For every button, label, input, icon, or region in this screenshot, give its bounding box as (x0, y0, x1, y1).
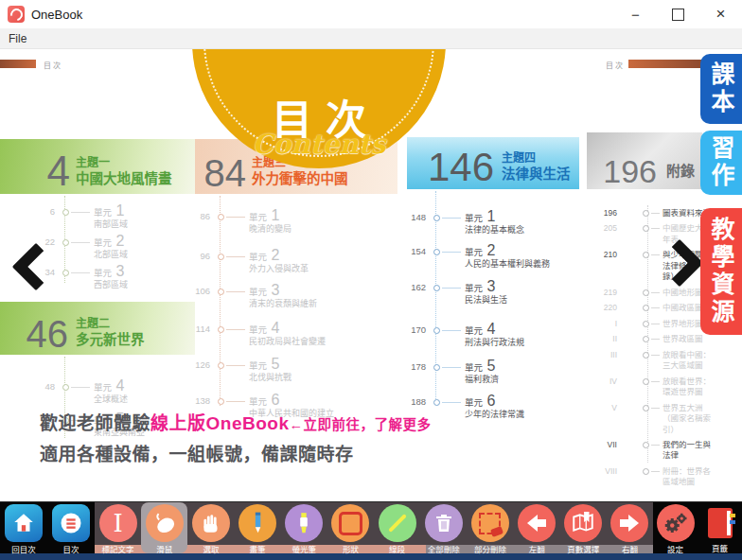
theme-title: 法律與生活 (502, 166, 571, 183)
appendix-banner[interactable]: 196 附錄 (587, 132, 702, 189)
bottom-edge-bar (0, 553, 742, 560)
page-corner-bar-right (628, 60, 702, 68)
promo-line2: 適用各種設備，一組帳號，備課隨時存 (40, 440, 431, 465)
appendix-title: 附錄 (666, 163, 695, 181)
window-title: OneBook (31, 8, 82, 22)
menu-bar: File (0, 28, 742, 49)
tool-toc-button[interactable]: 目次 (47, 502, 95, 553)
tool-partial-delete-button[interactable]: 部分刪除 (467, 502, 513, 553)
tool-highlighter-button[interactable]: 螢光筆 (281, 502, 327, 553)
toc-unit[interactable]: 126 單元 5 北伐與抗戰 (176, 359, 384, 384)
theme-title: 外力衝擊的中國 (252, 170, 348, 187)
toc-unit[interactable]: 86 單元 1 晚清的變局 (176, 211, 384, 236)
page-corner-label-right: 目次 (606, 60, 625, 70)
onebook-window: OneBook − × File 2 目次 目次 目次 Contents 4 主… (0, 0, 742, 560)
tool-settings-button[interactable]: 設定 (653, 502, 698, 553)
tab-workbook[interactable]: 習作 (700, 131, 742, 195)
eraser-icon (471, 504, 509, 542)
appendix-item[interactable]: 196圖表資料來源 (589, 208, 712, 219)
tool-page-next-button[interactable]: 右翻 (607, 502, 653, 553)
arrow-right-icon (610, 504, 648, 542)
book-pages-icon (564, 504, 602, 542)
toc-unit[interactable]: 162 單元 3 民法與生活 (392, 282, 600, 306)
maximize-button[interactable] (657, 0, 699, 28)
promo-cta[interactable]: ←立即前往，了解更多 (289, 417, 431, 432)
toc-unit[interactable]: 114 單元 4 民初政局與社會變遷 (176, 324, 384, 348)
promo-link[interactable]: 線上版OneBook (150, 413, 289, 433)
appendix-item[interactable]: II世界政區圖 (589, 334, 712, 344)
theme-title: 中國大地風情畫 (76, 170, 172, 187)
arrow-left-icon (518, 504, 556, 542)
mouse-icon (146, 504, 184, 542)
promo-message: 歡迎老師體驗線上版OneBook←立即前往，了解更多 適用各種設備，一組帳號，備… (40, 409, 431, 465)
appendix-item[interactable]: III放眼看中國：三大區域圖 (589, 350, 712, 372)
toc-unit[interactable]: 96 單元 2 外力入侵與改革 (176, 251, 384, 275)
pen-icon (238, 504, 276, 542)
highlighter-icon (285, 504, 323, 542)
theme-label: 主題二 (76, 317, 145, 331)
theme-banner-1[interactable]: 4 主題一 中國大地風情畫 (0, 139, 195, 194)
tool-mouse-button[interactable]: 滑鼠 (141, 502, 187, 553)
toc-unit[interactable]: 148 單元 1 法律的基本概念 (392, 212, 600, 236)
list-icon (52, 504, 90, 542)
appendix-item[interactable]: 219中國地形圖 (589, 288, 712, 298)
toc-unit[interactable]: 178 單元 5 福利救濟 (392, 361, 600, 386)
minimize-button[interactable]: − (614, 0, 657, 28)
book-page: 2 目次 目次 目次 Contents 4 主題一 中國大地風情畫 46 主題二… (0, 49, 742, 501)
appendix-item[interactable]: VIII附冊：世界各區域地圖 (589, 466, 712, 488)
page-corner-label-left: 目次 (44, 60, 62, 70)
tool-page-select-button[interactable]: 頁數選擇 (560, 502, 607, 553)
appendix-item[interactable]: 205中國歷史大事年表 (589, 223, 712, 245)
tool-pen-button[interactable]: 畫筆 (235, 502, 281, 553)
text-mark-icon: I (99, 504, 137, 542)
appendix-item[interactable]: VII我們的一生與法律 (589, 440, 712, 462)
tool-home-button[interactable]: 回目次 (0, 502, 47, 553)
shape-icon (331, 504, 369, 542)
gear-icon (657, 504, 695, 542)
trash-icon (425, 504, 463, 542)
tool-shape-button[interactable]: 形狀 (327, 502, 374, 553)
theme-label: 主題一 (76, 156, 172, 170)
toc-unit[interactable]: 170 單元 4 刑法與行政法規 (392, 324, 600, 349)
menu-file[interactable]: File (0, 32, 35, 45)
promo-prefix: 歡迎老師體驗 (40, 413, 150, 433)
toc-unit[interactable]: 106 單元 3 清末的衰頹與維新 (176, 286, 384, 310)
appendix-item[interactable]: I世界地形圖 (589, 319, 712, 329)
tool-select-button[interactable]: 選取 (187, 502, 234, 553)
tab-textbook[interactable]: 課本 (700, 54, 742, 124)
close-button[interactable]: × (699, 0, 742, 28)
tool-delete-all-button[interactable]: 全部刪除 (420, 502, 467, 553)
title-bar: OneBook − × (0, 0, 742, 28)
tool-bookmark-button[interactable]: 頁籤 (698, 502, 742, 553)
toc-subtitle: Contents (192, 129, 446, 160)
maximize-icon (672, 9, 684, 21)
bottom-toolbar: 回目次 目次 I 標記文字 滑鼠 (0, 501, 742, 553)
theme-label: 主題四 (502, 151, 571, 166)
home-icon (5, 504, 43, 542)
tab-resources[interactable]: 教學資源 (700, 208, 742, 335)
appendix-item[interactable]: 220中國政區圖 (589, 303, 712, 313)
tool-line-button[interactable]: 線段 (374, 502, 420, 553)
appendix-item[interactable]: IV放眼看世界：環遊世界圖 (589, 376, 712, 398)
theme-title: 多元新世界 (76, 331, 145, 348)
appendix-item[interactable]: V世界五大洲（國家名稱索引） (589, 403, 712, 435)
appendix-list: 196圖表資料來源 205中國歷史大事年表 210與少年相關之法律條文（節錄） … (589, 208, 712, 488)
bookmark-icon (708, 508, 733, 538)
line-icon (379, 504, 416, 542)
toc-unit[interactable]: 154 單元 2 人民的基本權利與義務 (392, 246, 600, 271)
page-corner-bar-left: 2 (0, 60, 36, 68)
hand-icon (192, 504, 230, 542)
onebook-logo-icon (8, 6, 25, 23)
tool-mark-text-button[interactable]: I 標記文字 (95, 502, 141, 553)
theme-banner-2[interactable]: 46 主題二 多元新世界 (0, 302, 195, 355)
tool-page-prev-button[interactable]: 左翻 (514, 502, 560, 553)
